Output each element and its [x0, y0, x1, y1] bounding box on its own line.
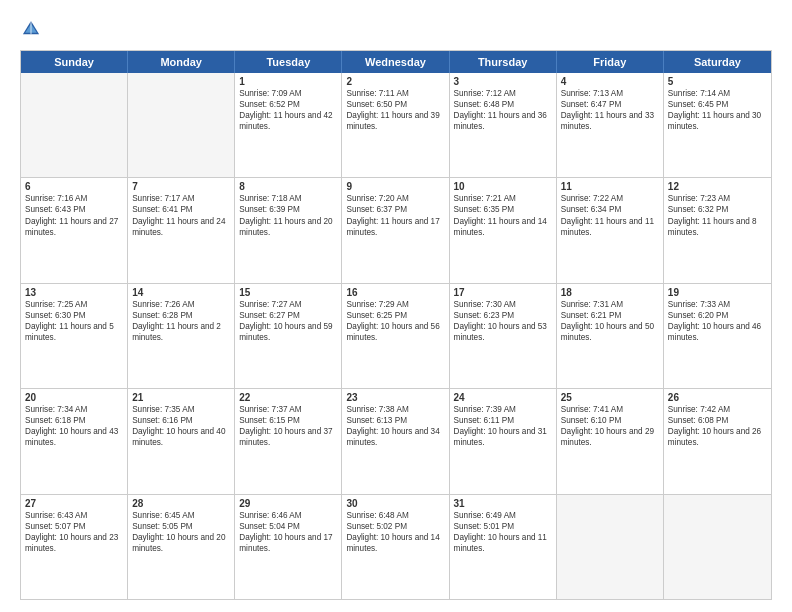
calendar-row-4: 20Sunrise: 7:34 AMSunset: 6:18 PMDayligh…	[21, 389, 771, 494]
sunrise-line: Sunrise: 7:38 AM	[346, 404, 444, 415]
calendar-cell: 24Sunrise: 7:39 AMSunset: 6:11 PMDayligh…	[450, 389, 557, 493]
calendar-cell: 30Sunrise: 6:48 AMSunset: 5:02 PMDayligh…	[342, 495, 449, 599]
daylight-line: Daylight: 10 hours and 50 minutes.	[561, 321, 659, 343]
sunset-line: Sunset: 6:37 PM	[346, 204, 444, 215]
calendar-cell: 10Sunrise: 7:21 AMSunset: 6:35 PMDayligh…	[450, 178, 557, 282]
calendar-cell: 14Sunrise: 7:26 AMSunset: 6:28 PMDayligh…	[128, 284, 235, 388]
daylight-line: Daylight: 10 hours and 11 minutes.	[454, 532, 552, 554]
sunset-line: Sunset: 5:05 PM	[132, 521, 230, 532]
day-number: 2	[346, 76, 444, 87]
day-number: 29	[239, 498, 337, 509]
sunrise-line: Sunrise: 7:34 AM	[25, 404, 123, 415]
day-number: 31	[454, 498, 552, 509]
sunset-line: Sunset: 6:47 PM	[561, 99, 659, 110]
day-number: 12	[668, 181, 767, 192]
daylight-line: Daylight: 10 hours and 29 minutes.	[561, 426, 659, 448]
calendar-cell: 4Sunrise: 7:13 AMSunset: 6:47 PMDaylight…	[557, 73, 664, 177]
calendar-cell: 29Sunrise: 6:46 AMSunset: 5:04 PMDayligh…	[235, 495, 342, 599]
sunrise-line: Sunrise: 6:49 AM	[454, 510, 552, 521]
daylight-line: Daylight: 10 hours and 31 minutes.	[454, 426, 552, 448]
calendar-cell: 11Sunrise: 7:22 AMSunset: 6:34 PMDayligh…	[557, 178, 664, 282]
sunrise-line: Sunrise: 7:37 AM	[239, 404, 337, 415]
daylight-line: Daylight: 10 hours and 37 minutes.	[239, 426, 337, 448]
sunrise-line: Sunrise: 7:21 AM	[454, 193, 552, 204]
daylight-line: Daylight: 11 hours and 30 minutes.	[668, 110, 767, 132]
calendar-cell: 9Sunrise: 7:20 AMSunset: 6:37 PMDaylight…	[342, 178, 449, 282]
calendar-cell: 21Sunrise: 7:35 AMSunset: 6:16 PMDayligh…	[128, 389, 235, 493]
day-number: 26	[668, 392, 767, 403]
sunset-line: Sunset: 6:16 PM	[132, 415, 230, 426]
day-number: 9	[346, 181, 444, 192]
day-number: 8	[239, 181, 337, 192]
sunset-line: Sunset: 5:01 PM	[454, 521, 552, 532]
page: SundayMondayTuesdayWednesdayThursdayFrid…	[0, 0, 792, 612]
calendar: SundayMondayTuesdayWednesdayThursdayFrid…	[20, 50, 772, 600]
sunset-line: Sunset: 6:28 PM	[132, 310, 230, 321]
calendar-cell: 27Sunrise: 6:43 AMSunset: 5:07 PMDayligh…	[21, 495, 128, 599]
sunrise-line: Sunrise: 7:26 AM	[132, 299, 230, 310]
calendar-row-1: 1Sunrise: 7:09 AMSunset: 6:52 PMDaylight…	[21, 73, 771, 178]
daylight-line: Daylight: 11 hours and 2 minutes.	[132, 321, 230, 343]
calendar-row-5: 27Sunrise: 6:43 AMSunset: 5:07 PMDayligh…	[21, 495, 771, 599]
daylight-line: Daylight: 11 hours and 14 minutes.	[454, 216, 552, 238]
calendar-header-row: SundayMondayTuesdayWednesdayThursdayFrid…	[21, 51, 771, 73]
sunrise-line: Sunrise: 7:25 AM	[25, 299, 123, 310]
sunrise-line: Sunrise: 7:27 AM	[239, 299, 337, 310]
daylight-line: Daylight: 11 hours and 42 minutes.	[239, 110, 337, 132]
sunrise-line: Sunrise: 6:48 AM	[346, 510, 444, 521]
weekday-header-tuesday: Tuesday	[235, 51, 342, 73]
calendar-cell: 20Sunrise: 7:34 AMSunset: 6:18 PMDayligh…	[21, 389, 128, 493]
calendar-cell: 6Sunrise: 7:16 AMSunset: 6:43 PMDaylight…	[21, 178, 128, 282]
sunset-line: Sunset: 6:41 PM	[132, 204, 230, 215]
sunset-line: Sunset: 6:39 PM	[239, 204, 337, 215]
sunset-line: Sunset: 6:27 PM	[239, 310, 337, 321]
sunset-line: Sunset: 6:34 PM	[561, 204, 659, 215]
sunrise-line: Sunrise: 7:22 AM	[561, 193, 659, 204]
weekday-header-friday: Friday	[557, 51, 664, 73]
calendar-cell: 16Sunrise: 7:29 AMSunset: 6:25 PMDayligh…	[342, 284, 449, 388]
sunrise-line: Sunrise: 6:43 AM	[25, 510, 123, 521]
calendar-cell: 2Sunrise: 7:11 AMSunset: 6:50 PMDaylight…	[342, 73, 449, 177]
day-number: 23	[346, 392, 444, 403]
day-number: 24	[454, 392, 552, 403]
calendar-cell: 3Sunrise: 7:12 AMSunset: 6:48 PMDaylight…	[450, 73, 557, 177]
sunrise-line: Sunrise: 6:45 AM	[132, 510, 230, 521]
sunrise-line: Sunrise: 7:17 AM	[132, 193, 230, 204]
sunset-line: Sunset: 6:13 PM	[346, 415, 444, 426]
sunrise-line: Sunrise: 7:18 AM	[239, 193, 337, 204]
calendar-row-3: 13Sunrise: 7:25 AMSunset: 6:30 PMDayligh…	[21, 284, 771, 389]
sunrise-line: Sunrise: 7:20 AM	[346, 193, 444, 204]
sunset-line: Sunset: 6:21 PM	[561, 310, 659, 321]
daylight-line: Daylight: 11 hours and 5 minutes.	[25, 321, 123, 343]
daylight-line: Daylight: 11 hours and 17 minutes.	[346, 216, 444, 238]
sunrise-line: Sunrise: 7:13 AM	[561, 88, 659, 99]
sunset-line: Sunset: 6:23 PM	[454, 310, 552, 321]
sunrise-line: Sunrise: 7:16 AM	[25, 193, 123, 204]
sunrise-line: Sunrise: 7:30 AM	[454, 299, 552, 310]
sunset-line: Sunset: 6:50 PM	[346, 99, 444, 110]
daylight-line: Daylight: 11 hours and 20 minutes.	[239, 216, 337, 238]
sunset-line: Sunset: 6:52 PM	[239, 99, 337, 110]
sunset-line: Sunset: 6:18 PM	[25, 415, 123, 426]
daylight-line: Daylight: 10 hours and 17 minutes.	[239, 532, 337, 554]
day-number: 13	[25, 287, 123, 298]
daylight-line: Daylight: 11 hours and 27 minutes.	[25, 216, 123, 238]
calendar-cell: 17Sunrise: 7:30 AMSunset: 6:23 PMDayligh…	[450, 284, 557, 388]
sunset-line: Sunset: 6:15 PM	[239, 415, 337, 426]
calendar-body: 1Sunrise: 7:09 AMSunset: 6:52 PMDaylight…	[21, 73, 771, 599]
calendar-cell: 5Sunrise: 7:14 AMSunset: 6:45 PMDaylight…	[664, 73, 771, 177]
weekday-header-wednesday: Wednesday	[342, 51, 449, 73]
daylight-line: Daylight: 10 hours and 46 minutes.	[668, 321, 767, 343]
calendar-cell: 23Sunrise: 7:38 AMSunset: 6:13 PMDayligh…	[342, 389, 449, 493]
sunset-line: Sunset: 5:07 PM	[25, 521, 123, 532]
logo	[20, 18, 46, 40]
day-number: 4	[561, 76, 659, 87]
daylight-line: Daylight: 10 hours and 59 minutes.	[239, 321, 337, 343]
daylight-line: Daylight: 10 hours and 56 minutes.	[346, 321, 444, 343]
day-number: 19	[668, 287, 767, 298]
calendar-cell: 1Sunrise: 7:09 AMSunset: 6:52 PMDaylight…	[235, 73, 342, 177]
daylight-line: Daylight: 10 hours and 40 minutes.	[132, 426, 230, 448]
daylight-line: Daylight: 11 hours and 8 minutes.	[668, 216, 767, 238]
sunset-line: Sunset: 6:25 PM	[346, 310, 444, 321]
calendar-cell: 8Sunrise: 7:18 AMSunset: 6:39 PMDaylight…	[235, 178, 342, 282]
